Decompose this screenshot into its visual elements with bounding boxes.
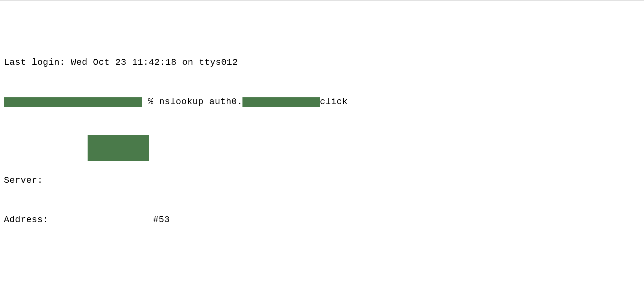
redaction-hostname	[4, 97, 142, 107]
server-label: Server:	[4, 175, 43, 185]
terminal-line-server: Server:	[4, 174, 640, 187]
redaction-server-block	[88, 135, 149, 161]
command-text-end: click	[320, 97, 348, 107]
redaction-domain	[242, 97, 320, 107]
port-suffix: #53	[153, 215, 170, 225]
terminal-line-address: Address:#53	[4, 213, 640, 227]
terminal-blank-1	[4, 266, 640, 279]
address-label-1: Address:	[4, 215, 48, 225]
last-login-text: Last login: Wed Oct 23 11:42:18 on ttys0…	[4, 57, 238, 67]
terminal-line-last-login: Last login: Wed Oct 23 11:42:18 on ttys0…	[4, 56, 640, 69]
terminal-line-command[interactable]: % nslookup auth0.click	[4, 95, 640, 109]
server-block: Server: Address:#53	[4, 135, 640, 240]
command-text-pre: % nslookup auth0.	[142, 97, 242, 107]
